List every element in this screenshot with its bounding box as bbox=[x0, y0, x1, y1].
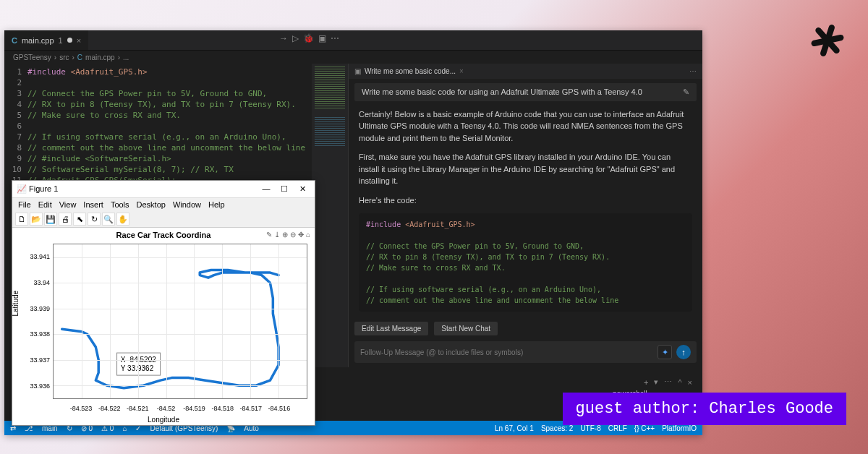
export-icon[interactable]: ⤓ bbox=[274, 231, 280, 239]
status-platform[interactable]: PlatformIO bbox=[662, 424, 697, 432]
rotate-icon[interactable]: ↻ bbox=[88, 213, 101, 226]
tab-badge: 1 bbox=[59, 36, 63, 45]
chat-prompt: Write me some basic code for using an Ad… bbox=[354, 83, 697, 101]
close-icon[interactable]: × bbox=[77, 36, 81, 45]
breadcrumb[interactable]: GPSTeensy › src › C main.cpp › ... bbox=[4, 51, 702, 64]
brush-icon[interactable]: ✎ bbox=[266, 231, 272, 239]
menu-view[interactable]: View bbox=[59, 200, 77, 209]
status-ln[interactable]: Ln 67, Col 1 bbox=[495, 424, 534, 432]
close-icon[interactable]: ✕ bbox=[294, 184, 310, 194]
y-axis-label: Latitude bbox=[12, 290, 20, 316]
figure-titlebar[interactable]: 📈 Figure 1 — ☐ ✕ bbox=[12, 181, 315, 198]
editor-toolbar: → ▷ 🐞 ▣ ⋯ bbox=[279, 33, 339, 43]
more-icon[interactable]: ⋯ bbox=[331, 33, 339, 43]
run-icon[interactable]: ▷ bbox=[292, 33, 299, 43]
menu-insert[interactable]: Insert bbox=[83, 200, 103, 209]
print-icon[interactable]: 🖨 bbox=[59, 213, 72, 226]
minimize-icon[interactable]: — bbox=[258, 184, 274, 193]
open-icon[interactable]: 📂 bbox=[30, 213, 43, 226]
split-icon[interactable]: ▣ bbox=[318, 33, 326, 43]
plus-icon[interactable]: + bbox=[644, 378, 648, 387]
cursor-icon[interactable]: ⬉ bbox=[73, 213, 86, 226]
zoom-in-icon[interactable]: ⊕ bbox=[282, 231, 288, 239]
pan-icon[interactable]: ✥ bbox=[298, 231, 304, 239]
plot-area[interactable]: X -84.5202 Y 33.9362 bbox=[53, 244, 307, 399]
matlab-figure-window: 📈 Figure 1 — ☐ ✕ FileEditViewInsertTools… bbox=[12, 180, 315, 426]
close-icon[interactable]: × bbox=[688, 378, 692, 387]
plot-axes[interactable]: Race Car Track Coordina ✎ ⤓ ⊕ ⊖ ✥ ⌂ Lati… bbox=[12, 228, 315, 425]
maximize-icon[interactable]: ☐ bbox=[276, 184, 292, 194]
zoom-out-icon[interactable]: ⊖ bbox=[290, 231, 296, 239]
home-icon[interactable]: ⌂ bbox=[306, 231, 310, 239]
chat-panel: ▣ Write me some basic code... × ⋯ Write … bbox=[348, 64, 702, 367]
more-icon[interactable]: ⋯ bbox=[664, 377, 672, 387]
debug-icon[interactable]: 🐞 bbox=[303, 33, 314, 43]
chat-tab[interactable]: ▣ Write me some basic code... × bbox=[354, 67, 464, 75]
status-enc[interactable]: UTF-8 bbox=[580, 424, 600, 432]
sparkle-icon[interactable]: ✦ bbox=[658, 345, 672, 359]
edit-last-button[interactable]: Edit Last Message bbox=[354, 322, 428, 335]
figure-toolbar: 🗋 📂 💾 🖨 ⬉ ↻ 🔍 ✋ bbox=[12, 211, 315, 228]
save-icon[interactable]: 💾 bbox=[44, 213, 57, 226]
chat-tab-label: Write me some basic code... bbox=[365, 67, 456, 75]
more-icon[interactable]: ⋯ bbox=[689, 67, 697, 75]
pan-icon[interactable]: ✋ bbox=[116, 213, 129, 226]
close-icon[interactable]: × bbox=[459, 67, 464, 75]
chat-input-placeholder[interactable]: Follow-Up Message (@ to include files or… bbox=[360, 348, 653, 356]
cpp-file-icon: C bbox=[12, 36, 17, 45]
chat-response: Certainly! Below is a basic example of A… bbox=[349, 101, 702, 320]
minimap[interactable] bbox=[312, 64, 348, 367]
status-spaces[interactable]: Spaces: 2 bbox=[541, 424, 573, 432]
chat-tab-icon: ▣ bbox=[354, 67, 361, 75]
chevron-up-icon[interactable]: ^ bbox=[678, 378, 681, 387]
status-lang[interactable]: {} C++ bbox=[634, 424, 655, 432]
zoom-icon[interactable]: 🔍 bbox=[102, 213, 115, 226]
dirty-indicator-icon bbox=[67, 38, 72, 43]
x-axis-label: Longitude bbox=[148, 416, 179, 424]
menu-window[interactable]: Window bbox=[173, 200, 201, 209]
author-badge: guest author: Charles Goode bbox=[563, 393, 846, 425]
status-eol[interactable]: CRLF bbox=[608, 424, 627, 432]
new-fig-icon[interactable]: 🗋 bbox=[15, 213, 28, 226]
chevron-down-icon[interactable]: ▾ bbox=[654, 377, 658, 387]
new-chat-button[interactable]: Start New Chat bbox=[434, 322, 498, 335]
figure-title: 📈 Figure 1 bbox=[17, 184, 58, 194]
menu-tools[interactable]: Tools bbox=[111, 200, 129, 209]
chat-input[interactable]: Follow-Up Message (@ to include files or… bbox=[354, 341, 697, 363]
chat-code-block[interactable]: #include <Adafruit_GPS.h>// Connect the … bbox=[359, 213, 692, 312]
figure-menu-bar: FileEditViewInsertToolsDesktopWindowHelp bbox=[12, 198, 315, 211]
pencil-icon[interactable]: ✎ bbox=[683, 87, 689, 97]
cpp-file-icon: C bbox=[77, 53, 82, 61]
tab-filename: main.cpp bbox=[22, 36, 54, 45]
editor-tab-main-cpp[interactable]: C main.cpp 1 × bbox=[4, 30, 88, 50]
chat-prompt-text: Write me some basic code for using an Ad… bbox=[362, 87, 642, 96]
menu-edit[interactable]: Edit bbox=[38, 200, 52, 209]
send-icon[interactable]: ↑ bbox=[676, 345, 691, 359]
menu-desktop[interactable]: Desktop bbox=[137, 200, 166, 209]
arrow-left-icon[interactable]: → bbox=[279, 33, 288, 43]
editor-tab-bar: C main.cpp 1 × → ▷ 🐞 ▣ ⋯ bbox=[4, 30, 702, 51]
menu-file[interactable]: File bbox=[18, 200, 31, 209]
brand-logo bbox=[809, 22, 846, 59]
menu-help[interactable]: Help bbox=[208, 200, 225, 209]
